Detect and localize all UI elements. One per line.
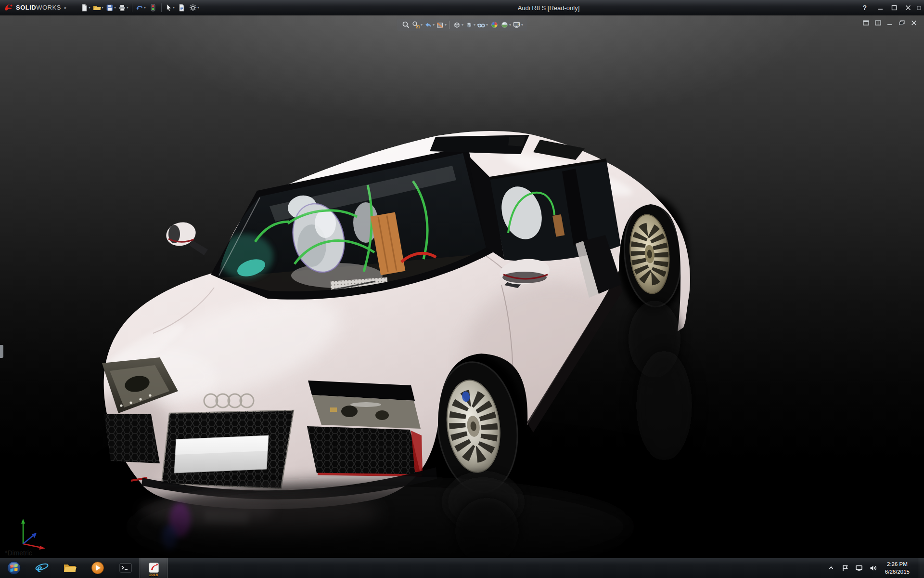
quick-access-toolbar: ▾ ▾ ▾ ▾ ▾ ▾ ▾ <box>79 1 200 14</box>
open-button[interactable]: ▾ <box>92 1 104 14</box>
titlebar-overflow-icon[interactable] <box>915 2 922 13</box>
select-button[interactable]: ▾ <box>164 1 176 14</box>
right-intake <box>307 426 423 475</box>
volume-icon[interactable] <box>868 558 878 578</box>
toolbar-separator <box>161 3 162 12</box>
start-button[interactable] <box>0 558 28 578</box>
split-pane-icon[interactable] <box>873 19 882 26</box>
hud-separator <box>449 21 450 29</box>
print-button[interactable]: ▾ <box>117 1 129 14</box>
document-minimize-button[interactable] <box>886 19 894 26</box>
taskbar-solidworks[interactable]: 2015 <box>140 558 167 578</box>
front-grille <box>162 410 294 488</box>
taskbar-internet-explorer[interactable]: e <box>28 558 56 578</box>
view-orientation-label: *Dimetric <box>5 549 32 557</box>
view-settings-button[interactable]: ▾ <box>512 20 524 30</box>
document-window-controls <box>861 19 918 26</box>
deck-vent-small <box>508 136 526 146</box>
rebuild-button[interactable] <box>147 1 159 14</box>
svg-text:e: e <box>37 562 42 574</box>
toolbar-separator <box>132 3 132 12</box>
command-prompt-icon <box>118 561 133 575</box>
window-title: Audi R8 S [Read-only] <box>518 4 580 11</box>
network-icon[interactable] <box>854 558 864 578</box>
save-button[interactable]: ▾ <box>105 1 117 14</box>
solidworks-logo-icon <box>4 3 13 13</box>
zoom-to-fit-button[interactable] <box>400 20 411 30</box>
edit-appearance-button[interactable] <box>489 20 500 30</box>
right-headlight <box>308 381 421 429</box>
maximize-button[interactable] <box>887 2 900 13</box>
undo-button[interactable]: ▾ <box>135 1 147 14</box>
new-document-button[interactable]: ▾ <box>79 1 91 14</box>
model-render[interactable] <box>0 15 924 557</box>
hide-show-items-button[interactable]: ▾ <box>476 20 488 30</box>
view-orientation-button[interactable]: ▾ <box>452 20 464 30</box>
heads-up-view-toolbar: ▾ ▾ ▾ ▾ ▾ ▾ ▾ ▾ <box>397 19 527 31</box>
section-view-button[interactable]: ▾ <box>436 20 447 30</box>
solidworks-logo: SOLIDWORKS ▸ <box>4 3 67 13</box>
maximize-pane-icon[interactable] <box>861 19 870 26</box>
options-button[interactable]: ▾ <box>188 1 200 14</box>
previous-view-button[interactable]: ▾ <box>424 20 435 30</box>
taskbar-file-explorer[interactable] <box>56 558 84 578</box>
clock-time: 2:26 PM <box>885 560 910 568</box>
taskbar-clock[interactable]: 2:26 PM 6/26/2015 <box>885 560 910 576</box>
media-player-icon <box>90 561 105 575</box>
internet-explorer-icon: e <box>35 561 49 575</box>
action-center-icon[interactable] <box>840 558 850 578</box>
display-style-button[interactable]: ▾ <box>464 20 476 30</box>
folder-icon <box>63 561 77 575</box>
document-close-button[interactable] <box>910 19 918 26</box>
apply-scene-button[interactable]: ▾ <box>500 20 512 30</box>
help-button[interactable]: ? <box>862 4 867 12</box>
reference-triad <box>12 514 49 552</box>
windows-start-icon <box>7 561 21 575</box>
titlebar-controls: ? <box>862 0 922 15</box>
minimize-button[interactable] <box>873 2 886 13</box>
taskbar-media-player[interactable] <box>84 558 112 578</box>
taskbar-command-prompt[interactable] <box>112 558 140 578</box>
app-titlebar: SOLIDWORKS ▸ ▾ ▾ ▾ ▾ ▾ ▾ <box>0 0 924 15</box>
show-desktop-button[interactable] <box>919 558 924 578</box>
clock-date: 6/26/2015 <box>885 568 910 576</box>
document-restore-button[interactable] <box>898 19 906 26</box>
brand-text: SOLIDWORKS <box>16 4 61 11</box>
taskbar: e 2015 <box>0 557 924 578</box>
left-mirror <box>164 219 208 255</box>
solidworks-version-badge: 2015 <box>149 573 158 577</box>
file-properties-button[interactable] <box>176 1 188 14</box>
brand-menu-caret[interactable]: ▸ <box>64 5 67 10</box>
feature-pane-tab[interactable] <box>0 345 3 358</box>
system-tray: 2:26 PM 6/26/2015 <box>826 558 924 578</box>
graphics-viewport[interactable]: ▾ ▾ ▾ ▾ ▾ ▾ ▾ ▾ <box>0 15 924 557</box>
show-hidden-icons-button[interactable] <box>826 558 836 578</box>
close-button[interactable] <box>901 2 914 13</box>
zoom-to-area-button[interactable]: ▾ <box>411 20 423 30</box>
